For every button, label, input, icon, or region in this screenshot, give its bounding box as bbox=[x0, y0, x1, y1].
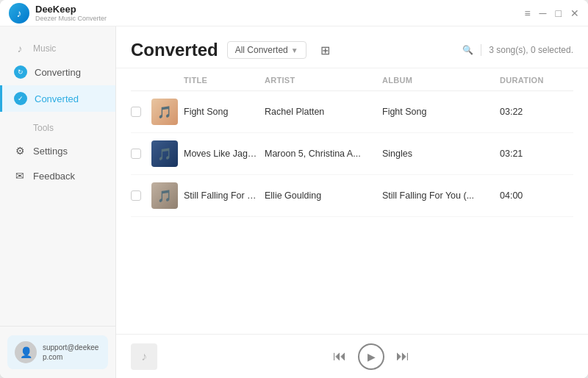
avatar: 👤 bbox=[15, 341, 37, 363]
sidebar-feedback-label: Feedback bbox=[33, 171, 75, 182]
thumb-image: 🎵 bbox=[151, 99, 178, 125]
checkbox[interactable] bbox=[131, 107, 141, 117]
row1-album: Fight Song bbox=[382, 107, 500, 117]
divider bbox=[481, 44, 481, 56]
row3-checkbox[interactable] bbox=[131, 190, 151, 201]
content-header: Converted All Converted ▼ ⊞ 🔍 3 song(s),… bbox=[116, 26, 588, 68]
row1-checkbox[interactable] bbox=[131, 107, 151, 117]
sidebar-settings-label: Settings bbox=[33, 146, 68, 157]
app-branding: ♪ DeeKeep Deezer Music Converter bbox=[9, 3, 107, 24]
row3-album: Still Falling For You (... bbox=[382, 190, 500, 201]
player-controls: ⏮ ▶ ⏭ bbox=[169, 343, 573, 370]
content-area: Converted All Converted ▼ ⊞ 🔍 3 song(s),… bbox=[116, 26, 588, 378]
col-album: ALBUM bbox=[382, 76, 500, 85]
music-icon: ♪ bbox=[14, 43, 26, 54]
converted-icon: ✓ bbox=[14, 92, 27, 105]
grid-view-button[interactable]: ⊞ bbox=[315, 40, 336, 60]
song-table: TITLE ARTIST ALBUM DURATION 🎵 Figh bbox=[116, 68, 588, 334]
next-button[interactable]: ⏭ bbox=[396, 349, 409, 364]
sidebar-footer: 👤 support@deekeep.com bbox=[0, 326, 115, 378]
table-row[interactable]: 🎵 Fight Song Rachel Platten Fight Song 0… bbox=[131, 91, 573, 133]
table-row[interactable]: 🎵 Moves Like Jagger Maroon 5, Christina … bbox=[131, 133, 573, 175]
close-button[interactable]: ✕ bbox=[570, 8, 579, 18]
sidebar-converted-label: Converted bbox=[35, 93, 79, 104]
filter-dropdown[interactable]: All Converted ▼ bbox=[227, 41, 306, 59]
row2-duration: 03:21 bbox=[500, 149, 573, 159]
table-row[interactable]: 🎵 Still Falling For You (From "Bri... El… bbox=[131, 175, 573, 217]
sidebar-section-tools-label: Tools bbox=[33, 123, 54, 133]
chevron-down-icon: ▼ bbox=[291, 46, 298, 54]
window-controls: ≡ ─ □ ✕ bbox=[524, 8, 579, 18]
row1-title: Fight Song bbox=[184, 107, 265, 117]
app-logo: ♪ bbox=[9, 3, 29, 24]
row3-title: Still Falling For You (From "Bri... bbox=[184, 190, 265, 201]
sidebar-item-feedback[interactable]: ✉ Feedback bbox=[0, 163, 115, 188]
sidebar-section-music-label: Music bbox=[33, 43, 56, 54]
sidebar-nav: ♪ Music ↻ Converting ✓ Converted Tools ⚙ bbox=[0, 26, 115, 326]
row3-artist: Ellie Goulding bbox=[265, 190, 382, 201]
sidebar: ♪ Music ↻ Converting ✓ Converted Tools ⚙ bbox=[0, 26, 116, 378]
row2-album: Singles bbox=[382, 149, 500, 159]
user-card[interactable]: 👤 support@deekeep.com bbox=[7, 335, 108, 369]
song-thumbnail: 🎵 bbox=[151, 182, 178, 209]
converting-icon: ↻ bbox=[14, 65, 27, 79]
row2-thumb: 🎵 bbox=[151, 140, 184, 167]
app-title-group: DeeKeep Deezer Music Converter bbox=[35, 4, 107, 23]
row2-checkbox[interactable] bbox=[131, 149, 151, 159]
maximize-button[interactable]: □ bbox=[556, 8, 562, 18]
sidebar-section-music: ♪ Music bbox=[0, 32, 115, 59]
feedback-icon: ✉ bbox=[14, 170, 26, 182]
row3-duration: 04:00 bbox=[500, 190, 573, 201]
tools-section-icon bbox=[14, 122, 26, 134]
app-window: ♪ DeeKeep Deezer Music Converter ≡ ─ □ ✕… bbox=[0, 0, 588, 378]
sidebar-section-tools: Tools bbox=[0, 112, 115, 138]
filter-label: All Converted bbox=[235, 45, 288, 55]
page-title: Converted bbox=[131, 40, 218, 60]
col-title: TITLE bbox=[184, 76, 265, 85]
app-subtitle: Deezer Music Converter bbox=[35, 15, 107, 22]
sidebar-item-converted[interactable]: ✓ Converted bbox=[0, 85, 115, 112]
col-checkbox bbox=[131, 76, 151, 85]
app-name: DeeKeep bbox=[35, 4, 107, 15]
logo-icon: ♪ bbox=[17, 7, 22, 19]
minimize-button[interactable]: ─ bbox=[539, 8, 547, 18]
settings-icon: ⚙ bbox=[14, 145, 26, 157]
checkbox[interactable] bbox=[131, 190, 141, 201]
thumb-image: 🎵 bbox=[151, 140, 178, 167]
row2-artist: Maroon 5, Christina A... bbox=[265, 149, 382, 159]
sidebar-item-settings[interactable]: ⚙ Settings bbox=[0, 138, 115, 163]
search-button[interactable]: 🔍 bbox=[462, 45, 473, 55]
col-thumb bbox=[151, 76, 184, 85]
col-artist: ARTIST bbox=[265, 76, 382, 85]
sidebar-converting-label: Converting bbox=[35, 67, 81, 78]
player-thumbnail: ♪ bbox=[131, 343, 157, 370]
table-header-row: TITLE ARTIST ALBUM DURATION bbox=[131, 68, 573, 91]
user-email: support@deekeep.com bbox=[43, 343, 101, 362]
col-duration: DURATION bbox=[500, 76, 573, 85]
row1-artist: Rachel Platten bbox=[265, 107, 382, 117]
header-right: 🔍 3 song(s), 0 selected. bbox=[462, 44, 573, 56]
song-thumbnail: 🎵 bbox=[151, 140, 178, 167]
avatar-icon: 👤 bbox=[20, 346, 32, 358]
main-layout: ♪ Music ↻ Converting ✓ Converted Tools ⚙ bbox=[0, 26, 588, 378]
menu-button[interactable]: ≡ bbox=[524, 8, 530, 18]
title-bar: ♪ DeeKeep Deezer Music Converter ≡ ─ □ ✕ bbox=[0, 0, 588, 26]
grid-icon: ⊞ bbox=[320, 43, 330, 57]
song-thumbnail: 🎵 bbox=[151, 99, 178, 125]
status-text: 3 song(s), 0 selected. bbox=[489, 45, 573, 55]
prev-button[interactable]: ⏮ bbox=[333, 349, 346, 364]
row2-title: Moves Like Jagger bbox=[184, 149, 265, 159]
player-bar: ♪ ⏮ ▶ ⏭ bbox=[116, 334, 588, 378]
row1-thumb: 🎵 bbox=[151, 99, 184, 125]
music-note-icon: ♪ bbox=[141, 350, 147, 363]
thumb-image: 🎵 bbox=[151, 182, 178, 209]
sidebar-item-converting[interactable]: ↻ Converting bbox=[0, 59, 115, 85]
row1-duration: 03:22 bbox=[500, 107, 573, 117]
play-button[interactable]: ▶ bbox=[358, 343, 384, 370]
row3-thumb: 🎵 bbox=[151, 182, 184, 209]
checkbox[interactable] bbox=[131, 149, 141, 159]
